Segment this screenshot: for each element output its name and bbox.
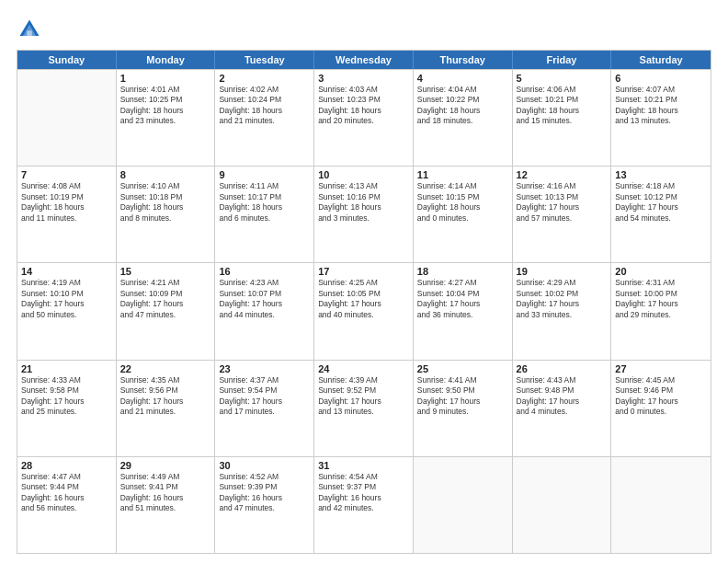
week-row-4: 21Sunrise: 4:33 AMSunset: 9:58 PMDayligh… [17, 360, 711, 456]
day-number: 23 [219, 363, 310, 374]
table-row: 25Sunrise: 4:41 AMSunset: 9:50 PMDayligh… [414, 361, 513, 456]
day-info: Sunrise: 4:03 AMSunset: 10:23 PMDaylight… [318, 85, 409, 127]
calendar-body: 1Sunrise: 4:01 AMSunset: 10:25 PMDayligh… [17, 69, 711, 553]
table-row: 23Sunrise: 4:37 AMSunset: 9:54 PMDayligh… [215, 361, 314, 456]
table-row: 2Sunrise: 4:02 AMSunset: 10:24 PMDayligh… [215, 70, 314, 166]
table-row [611, 457, 711, 553]
day-number: 25 [417, 363, 508, 374]
day-info: Sunrise: 4:16 AMSunset: 10:13 PMDaylight… [517, 181, 608, 224]
day-info: Sunrise: 4:45 AMSunset: 9:46 PMDaylight:… [615, 375, 707, 418]
day-number: 27 [615, 363, 707, 374]
day-info: Sunrise: 4:52 AMSunset: 9:39 PMDaylight:… [219, 472, 310, 514]
table-row: 8Sunrise: 4:10 AMSunset: 10:18 PMDayligh… [117, 167, 216, 262]
svg-rect-2 [27, 30, 32, 36]
day-info: Sunrise: 4:23 AMSunset: 10:07 PMDaylight… [219, 278, 310, 320]
page: SundayMondayTuesdayWednesdayThursdayFrid… [0, 0, 728, 563]
day-number: 10 [318, 169, 409, 180]
week-row-3: 14Sunrise: 4:19 AMSunset: 10:10 PMDaylig… [17, 262, 711, 359]
table-row: 7Sunrise: 4:08 AMSunset: 10:19 PMDayligh… [17, 167, 117, 262]
day-info: Sunrise: 4:43 AMSunset: 9:48 PMDaylight:… [517, 375, 608, 418]
day-number: 19 [517, 266, 608, 277]
table-row: 24Sunrise: 4:39 AMSunset: 9:52 PMDayligh… [314, 361, 414, 456]
day-info: Sunrise: 4:33 AMSunset: 9:58 PMDaylight:… [21, 375, 112, 418]
day-info: Sunrise: 4:35 AMSunset: 9:56 PMDaylight:… [120, 375, 211, 418]
header-day-monday: Monday [117, 51, 216, 69]
table-row: 6Sunrise: 4:07 AMSunset: 10:21 PMDayligh… [611, 70, 711, 166]
day-number: 30 [219, 460, 310, 471]
day-info: Sunrise: 4:37 AMSunset: 9:54 PMDaylight:… [219, 375, 310, 418]
logo [17, 17, 44, 42]
table-row: 13Sunrise: 4:18 AMSunset: 10:12 PMDaylig… [611, 167, 711, 262]
header-day-wednesday: Wednesday [314, 51, 414, 69]
table-row: 11Sunrise: 4:14 AMSunset: 10:15 PMDaylig… [414, 167, 513, 262]
week-row-5: 28Sunrise: 4:47 AMSunset: 9:44 PMDayligh… [17, 456, 711, 553]
day-number: 31 [318, 460, 409, 471]
table-row: 18Sunrise: 4:27 AMSunset: 10:04 PMDaylig… [414, 263, 513, 359]
day-number: 29 [120, 460, 211, 471]
day-info: Sunrise: 4:07 AMSunset: 10:21 PMDaylight… [615, 85, 707, 127]
table-row: 15Sunrise: 4:21 AMSunset: 10:09 PMDaylig… [117, 263, 216, 359]
day-number: 5 [517, 73, 608, 84]
day-number: 8 [120, 169, 211, 180]
table-row: 19Sunrise: 4:29 AMSunset: 10:02 PMDaylig… [513, 263, 612, 359]
day-number: 21 [21, 363, 112, 374]
day-info: Sunrise: 4:31 AMSunset: 10:00 PMDaylight… [615, 278, 707, 320]
day-info: Sunrise: 4:11 AMSunset: 10:17 PMDaylight… [219, 181, 310, 224]
table-row: 28Sunrise: 4:47 AMSunset: 9:44 PMDayligh… [17, 457, 117, 553]
table-row: 3Sunrise: 4:03 AMSunset: 10:23 PMDayligh… [314, 70, 414, 166]
table-row: 10Sunrise: 4:13 AMSunset: 10:16 PMDaylig… [314, 167, 414, 262]
day-info: Sunrise: 4:49 AMSunset: 9:41 PMDaylight:… [120, 472, 211, 514]
day-number: 22 [120, 363, 211, 374]
day-info: Sunrise: 4:13 AMSunset: 10:16 PMDaylight… [318, 181, 409, 224]
day-info: Sunrise: 4:14 AMSunset: 10:15 PMDaylight… [417, 181, 508, 224]
day-info: Sunrise: 4:41 AMSunset: 9:50 PMDaylight:… [417, 375, 508, 418]
day-number: 7 [21, 169, 112, 180]
table-row: 12Sunrise: 4:16 AMSunset: 10:13 PMDaylig… [513, 167, 612, 262]
table-row [414, 457, 513, 553]
table-row: 16Sunrise: 4:23 AMSunset: 10:07 PMDaylig… [215, 263, 314, 359]
day-info: Sunrise: 4:25 AMSunset: 10:05 PMDaylight… [318, 278, 409, 320]
day-number: 16 [219, 266, 310, 277]
day-info: Sunrise: 4:47 AMSunset: 9:44 PMDaylight:… [21, 472, 112, 514]
day-info: Sunrise: 4:29 AMSunset: 10:02 PMDaylight… [517, 278, 608, 320]
header-day-sunday: Sunday [17, 51, 117, 69]
day-number: 26 [517, 363, 608, 374]
table-row: 21Sunrise: 4:33 AMSunset: 9:58 PMDayligh… [17, 361, 117, 456]
table-row: 5Sunrise: 4:06 AMSunset: 10:21 PMDayligh… [513, 70, 612, 166]
day-number: 4 [417, 73, 508, 84]
table-row: 29Sunrise: 4:49 AMSunset: 9:41 PMDayligh… [117, 457, 216, 553]
week-row-2: 7Sunrise: 4:08 AMSunset: 10:19 PMDayligh… [17, 166, 711, 262]
day-number: 24 [318, 363, 409, 374]
day-number: 14 [21, 266, 112, 277]
week-row-1: 1Sunrise: 4:01 AMSunset: 10:25 PMDayligh… [17, 69, 711, 166]
table-row: 20Sunrise: 4:31 AMSunset: 10:00 PMDaylig… [611, 263, 711, 359]
day-number: 12 [517, 169, 608, 180]
day-info: Sunrise: 4:54 AMSunset: 9:37 PMDaylight:… [318, 472, 409, 514]
day-info: Sunrise: 4:18 AMSunset: 10:12 PMDaylight… [615, 181, 707, 224]
day-number: 1 [120, 73, 211, 84]
logo-icon [17, 17, 42, 42]
day-info: Sunrise: 4:08 AMSunset: 10:19 PMDaylight… [21, 181, 112, 224]
day-info: Sunrise: 4:06 AMSunset: 10:21 PMDaylight… [517, 85, 608, 127]
day-info: Sunrise: 4:21 AMSunset: 10:09 PMDaylight… [120, 278, 211, 320]
day-number: 6 [615, 73, 707, 84]
calendar: SundayMondayTuesdayWednesdayThursdayFrid… [17, 50, 711, 554]
table-row: 1Sunrise: 4:01 AMSunset: 10:25 PMDayligh… [117, 70, 216, 166]
table-row: 26Sunrise: 4:43 AMSunset: 9:48 PMDayligh… [513, 361, 612, 456]
table-row: 17Sunrise: 4:25 AMSunset: 10:05 PMDaylig… [314, 263, 414, 359]
table-row: 30Sunrise: 4:52 AMSunset: 9:39 PMDayligh… [215, 457, 314, 553]
table-row: 31Sunrise: 4:54 AMSunset: 9:37 PMDayligh… [314, 457, 414, 553]
day-info: Sunrise: 4:04 AMSunset: 10:22 PMDaylight… [417, 85, 508, 127]
table-row: 9Sunrise: 4:11 AMSunset: 10:17 PMDayligh… [215, 167, 314, 262]
day-info: Sunrise: 4:02 AMSunset: 10:24 PMDaylight… [219, 85, 310, 127]
table-row: 14Sunrise: 4:19 AMSunset: 10:10 PMDaylig… [17, 263, 117, 359]
day-number: 20 [615, 266, 707, 277]
header-day-friday: Friday [513, 51, 612, 69]
header-day-thursday: Thursday [414, 51, 513, 69]
day-info: Sunrise: 4:19 AMSunset: 10:10 PMDaylight… [21, 278, 112, 320]
day-info: Sunrise: 4:10 AMSunset: 10:18 PMDaylight… [120, 181, 211, 224]
day-info: Sunrise: 4:27 AMSunset: 10:04 PMDaylight… [417, 278, 508, 320]
calendar-header: SundayMondayTuesdayWednesdayThursdayFrid… [17, 51, 711, 69]
day-info: Sunrise: 4:01 AMSunset: 10:25 PMDaylight… [120, 85, 211, 127]
day-number: 13 [615, 169, 707, 180]
